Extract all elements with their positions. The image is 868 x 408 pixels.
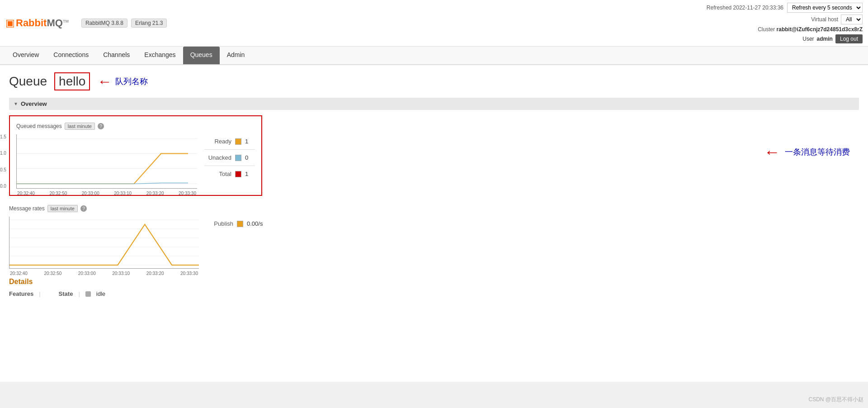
legend-publish-label: Publish [206, 220, 233, 227]
legend-publish-value: 0.00/s [247, 220, 263, 227]
top-bar: ▣ RabbitMQTM RabbitMQ 3.8.8 Erlang 21.3 … [0, 0, 868, 47]
nav-connections[interactable]: Connections [46, 47, 96, 64]
legend-divider2 [204, 166, 255, 166]
queued-messages-chart-box: Queued messages last minute ? 1.5 1.0 0.… [9, 115, 262, 196]
nav-channels[interactable]: Channels [96, 47, 137, 64]
queued-messages-label-row: Queued messages last minute ? [16, 123, 255, 130]
logo-text: RabbitMQTM [16, 17, 69, 29]
legend-ready-label: Ready [204, 138, 231, 145]
overview-section-header[interactable]: ▼ Overview [9, 98, 859, 110]
message-rates-label-row: Message rates last minute ? [9, 205, 859, 212]
details-title: Details [9, 278, 859, 286]
legend-unacked-color [235, 155, 241, 161]
features-row: Features | [9, 290, 41, 297]
cn-annotation-text: 一条消息等待消费 [785, 147, 850, 157]
nav-overview[interactable]: Overview [5, 47, 46, 64]
chart1-area: 1.5 1.0 0.5 0.0 [16, 134, 197, 189]
legend-total-color [235, 171, 241, 177]
nav-admin[interactable]: Admin [220, 47, 252, 64]
logout-button[interactable]: Log out [835, 34, 863, 43]
user-label: User [802, 36, 814, 42]
legend-total-value: 1 [245, 171, 248, 177]
rabbitmq-logo: ▣ RabbitMQTM [5, 17, 69, 29]
nav-queues[interactable]: Queues [183, 47, 220, 64]
state-row: State | idle [59, 290, 105, 297]
arrow-annotation: ← 队列名称 [97, 73, 148, 90]
right-annotation: ← 一条消息等待消费 [764, 142, 850, 161]
chart2-legend: Publish 0.00/s [206, 217, 859, 227]
page-title-prefix: Queue [9, 74, 47, 89]
legend-unacked-value: 0 [245, 154, 248, 161]
refresh-select[interactable]: Refresh every 5 seconds [787, 3, 863, 13]
features-label: Features [9, 290, 33, 297]
vhost-row: Virtual host All [811, 14, 863, 24]
chart1-y-labels: 1.5 1.0 0.5 0.0 [0, 134, 6, 189]
user-row: User admin Log out [802, 34, 863, 43]
chart1-svg [16, 134, 197, 189]
legend-ready: Ready 1 [204, 138, 255, 145]
last-minute-badge: last minute [65, 123, 95, 130]
vhost-select[interactable]: All [841, 14, 863, 24]
logo-icon: ▣ [5, 17, 15, 29]
last-minute-badge2: last minute [47, 205, 78, 212]
legend-publish: Publish 0.00/s [206, 220, 859, 227]
message-rates-section: Message rates last minute ? 0.3 /s 0.2 /… [9, 205, 859, 269]
cluster-value: rabbit@iZuf6cnjz7d24851d3cx8rZ [777, 26, 863, 33]
queued-messages-label: Queued messages [16, 123, 62, 129]
cluster-row: Cluster rabbit@iZuf6cnjz7d24851d3cx8rZ [758, 26, 863, 33]
legend-unacked-label: Unacked [204, 154, 231, 161]
help-icon[interactable]: ? [98, 123, 104, 129]
chart1-container: 1.5 1.0 0.5 0.0 [16, 134, 255, 189]
page-title-row: Queue hello ← 队列名称 [9, 72, 859, 90]
red-arrow-left-icon: ← [97, 73, 112, 90]
help-icon2[interactable]: ? [80, 205, 87, 212]
top-right: Refreshed 2022-11-27 20:33:36 Refresh ev… [707, 3, 863, 43]
vhost-label: Virtual host [811, 16, 838, 23]
legend-ready-color [235, 138, 241, 145]
nav-bar: Overview Connections Channels Exchanges … [0, 47, 868, 65]
chart2-area: 0.3 /s 0.2 /s 0.2 /s 0.1 /s 0.1 /s 0.0 /… [9, 217, 199, 269]
chart2-svg [9, 217, 199, 269]
logo-area: ▣ RabbitMQTM RabbitMQ 3.8.8 Erlang 21.3 [5, 17, 167, 29]
queue-name: hello [54, 72, 90, 90]
legend-divider1 [204, 149, 255, 150]
state-value: idle [96, 290, 105, 297]
rabbitmq-version-badge: RabbitMQ 3.8.8 [81, 19, 127, 28]
cluster-label: Cluster [758, 26, 775, 33]
user-value: admin [817, 36, 833, 42]
chart1-time-labels: 20:32:40 20:32:50 20:33:00 20:33:10 20:3… [16, 191, 197, 196]
queue-name-annotation: 队列名称 [115, 76, 148, 87]
erlang-version-badge: Erlang 21.3 [131, 19, 167, 28]
legend-total: Total 1 [204, 171, 255, 177]
refreshed-label: Refreshed 2022-11-27 20:33:36 [707, 5, 783, 11]
chart2-container: 0.3 /s 0.2 /s 0.2 /s 0.1 /s 0.1 /s 0.0 /… [9, 217, 859, 269]
legend-total-label: Total [204, 171, 231, 177]
nav-exchanges[interactable]: Exchanges [137, 47, 183, 64]
version-badges: RabbitMQ 3.8.8 Erlang 21.3 [81, 19, 167, 28]
section-toggle-icon: ▼ [14, 101, 18, 106]
refresh-row: Refreshed 2022-11-27 20:33:36 Refresh ev… [707, 3, 863, 13]
legend-ready-value: 1 [245, 138, 248, 145]
legend-unacked: Unacked 0 [204, 154, 255, 161]
state-indicator-icon [85, 291, 91, 297]
overview-section-label: Overview [21, 100, 47, 107]
legend-publish-color [237, 221, 243, 227]
state-col: State | idle [59, 290, 105, 297]
chart1-legend: Ready 1 Unacked 0 Total 1 [204, 134, 255, 177]
features-col: Features | [9, 290, 41, 297]
message-rates-label: Message rates [9, 205, 45, 212]
chart2-time-labels: 20:32:40 20:32:50 20:33:00 20:33:10 20:3… [9, 271, 199, 276]
details-table: Features | State | idle [9, 290, 859, 297]
queued-messages-section: Queued messages last minute ? 1.5 1.0 0.… [9, 115, 859, 196]
main-content: Queue hello ← 队列名称 ▼ Overview Queued mes… [0, 65, 868, 382]
details-section: Details Features | State | idle [9, 278, 859, 297]
state-label: State [59, 290, 73, 297]
red-arrow-right-icon: ← [764, 142, 780, 161]
